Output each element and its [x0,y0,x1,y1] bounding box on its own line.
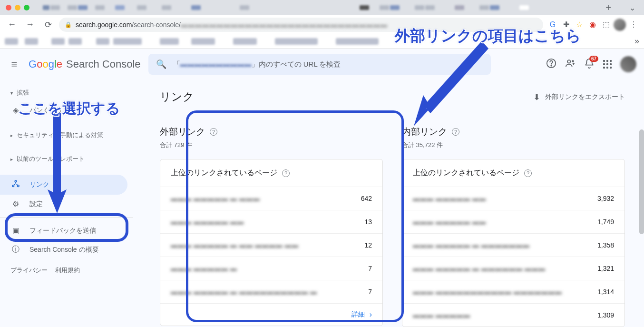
browser-tab[interactable] [390,5,400,10]
export-button[interactable]: ⬇ 外部リンクをエクスポート [533,92,625,102]
reload-button[interactable]: ⟳ [41,18,55,32]
scrollbar[interactable] [639,129,644,234]
browser-tab[interactable] [137,5,146,10]
people-icon[interactable] [565,58,576,71]
sidebar-item-about[interactable]: ⓘSearch Console の概要 [0,240,127,259]
external-links-column: 外部リンク ? 合計 729 件 上位のリンクされているページ ? ▬▬▬ ▬▬… [160,126,383,327]
browser-tab[interactable] [380,5,389,10]
row-label: ▬▬▬ ▬▬▬▬▬ ▬ ▬▬▬▬▬▬ ▬▬▬ [413,265,546,272]
chevron-right-icon: › [370,310,372,319]
bookmarks-overflow[interactable]: » [634,36,639,46]
product-logo[interactable]: Google Search Console [29,58,141,70]
apps-grid-icon[interactable] [603,60,612,69]
browser-tab[interactable] [191,5,201,10]
browser-tab[interactable] [68,5,77,10]
forward-button[interactable]: → [23,18,37,32]
help-icon[interactable]: ? [524,169,532,177]
profile-avatar[interactable] [614,19,626,31]
browser-tab[interactable] [78,5,88,10]
browser-menu-icon[interactable]: ⋮ [628,19,639,30]
new-tab-button[interactable]: + [603,2,614,13]
bookmark-item[interactable] [5,38,18,45]
help-icon[interactable]: ? [210,128,217,136]
url-inspection-search[interactable]: 🔍 「▬▬▬▬▬▬▬▬▬▬」内のすべての URL を検査 [148,54,491,75]
extension-icon[interactable]: ◉ [587,19,598,30]
table-row[interactable]: ▬▬▬ ▬▬▬▬▬▬▬▬▬▬▬ ▬▬▬▬▬▬▬1,314 [402,280,624,303]
bookmark-item[interactable] [233,38,257,45]
breadcrumbs-icon: ◈ [10,106,21,115]
google-apps-icon[interactable]: G [547,19,558,30]
help-icon[interactable]: ? [282,169,290,177]
browser-tab[interactable] [50,5,60,10]
close-window[interactable] [6,5,11,10]
browser-tab[interactable] [519,5,529,10]
gear-icon: ⚙ [10,199,21,208]
sidebar-item-feedback[interactable]: ▣フィードバックを送信 [0,221,127,240]
external-top-pages-panel: 上位のリンクされているページ ? ▬▬▬ ▬▬▬▬▬ ▬ ▬▬▬642▬▬▬ ▬… [160,159,383,326]
window-controls [6,5,29,10]
bookmark-item[interactable] [96,38,109,45]
table-row[interactable]: ▬▬▬ ▬▬▬▬▬ ▬ ▬▬ ▬▬▬▬ ▬▬12 [160,233,382,257]
table-row[interactable]: ▬▬▬ ▬▬▬▬▬1,309 [402,303,624,327]
terms-link[interactable]: 利用規約 [55,266,80,275]
bookmark-item[interactable] [51,38,65,45]
sidebar-section-legacy[interactable]: ▸以前のツールとレポート [0,151,133,167]
notifications-icon[interactable]: 67 [584,58,595,71]
table-row[interactable]: ▬▬▬ ▬▬▬▬▬ ▬▬13 [160,210,382,233]
bookmark-item[interactable] [275,38,318,45]
browser-tab[interactable] [240,5,249,10]
sidebar-section-security[interactable]: ▸セキュリティと手動による対策 [0,127,133,143]
menu-toggle[interactable]: ≡ [8,58,21,70]
table-row[interactable]: ▬▬▬ ▬▬▬▬▬ ▬▬3,932 [402,187,624,210]
extension-icon[interactable]: ✚ [560,19,572,30]
sidebar-item-settings[interactable]: ⚙設定 [0,195,127,213]
browser-tab[interactable] [425,5,435,10]
browser-tab[interactable] [360,5,369,10]
help-icon[interactable]: ? [452,128,459,136]
browser-tab[interactable] [490,5,499,10]
sidebar-section-enhancements[interactable]: ▾拡張 [0,85,133,101]
row-label: ▬▬▬ ▬▬▬▬▬ ▬▬ [413,218,486,226]
browser-tab[interactable] [95,5,105,10]
more-link[interactable]: 詳細 › [160,303,382,326]
address-bar[interactable]: 🔒 search.google.com/search-console/▬▬▬▬▬… [59,18,543,32]
bookmarks-bar: » [0,34,644,49]
browser-tab[interactable] [115,5,125,10]
back-button[interactable]: ← [5,18,19,32]
browser-tab[interactable] [162,5,171,10]
table-row[interactable]: ▬▬▬ ▬▬▬▬▬ ▬ ▬▬▬▬▬▬▬1,358 [402,233,624,257]
bookmark-item[interactable] [336,38,379,45]
maximize-window[interactable] [24,5,29,10]
info-icon: ⓘ [10,245,21,255]
row-value: 1,358 [597,241,614,249]
table-row[interactable]: ▬▬▬ ▬▬▬▬▬ ▬7 [160,257,382,280]
row-label: ▬▬▬ ▬▬▬▬▬ ▬▬ [413,195,486,202]
help-icon[interactable] [546,58,556,71]
tabs-dropdown[interactable]: ⌄ [629,3,635,12]
lock-icon: 🔒 [65,21,72,28]
url-redacted: ▬▬▬▬▬▬▬▬▬▬▬▬▬▬▬▬▬▬▬▬▬▬▬▬▬▬▬▬▬ [181,21,388,29]
browser-tab[interactable] [415,5,424,10]
extension-icon[interactable]: ⬚ [600,19,612,30]
chevron-down-icon: ▾ [10,90,13,96]
table-row[interactable]: ▬▬▬ ▬▬▬▬▬ ▬ ▬▬▬642 [160,187,382,210]
browser-tab[interactable] [479,5,489,10]
sidebar-item-breadcrumbs[interactable]: ◈パンくずリスト [0,101,127,119]
bookmark-item[interactable] [68,38,82,45]
bookmark-item[interactable] [191,38,215,45]
table-row[interactable]: ▬▬▬ ▬▬▬▬▬ ▬ ▬▬▬▬▬▬ ▬▬▬1,321 [402,257,624,280]
table-row[interactable]: ▬▬▬ ▬▬▬▬▬ ▬ ▬▬▬▬▬▬▬▬▬▬ ▬7 [160,280,382,303]
sidebar-item-links[interactable]: リンク [0,175,127,195]
bookmark-item[interactable] [25,38,38,45]
table-row[interactable]: ▬▬▬ ▬▬▬▬▬ ▬▬1,749 [402,210,624,233]
row-label: ▬▬▬ ▬▬▬▬▬ ▬ ▬▬▬▬▬▬▬▬▬▬ ▬ [171,288,317,296]
minimize-window[interactable] [15,5,20,10]
row-value: 7 [368,265,372,272]
extension-star-icon[interactable]: ☆ [574,19,585,30]
privacy-link[interactable]: プライバシー [10,266,48,275]
bookmark-item[interactable] [160,38,179,45]
browser-tab[interactable] [455,5,464,10]
browser-tab[interactable] [43,5,49,10]
account-avatar[interactable] [620,56,636,72]
bookmark-item[interactable] [113,38,142,45]
